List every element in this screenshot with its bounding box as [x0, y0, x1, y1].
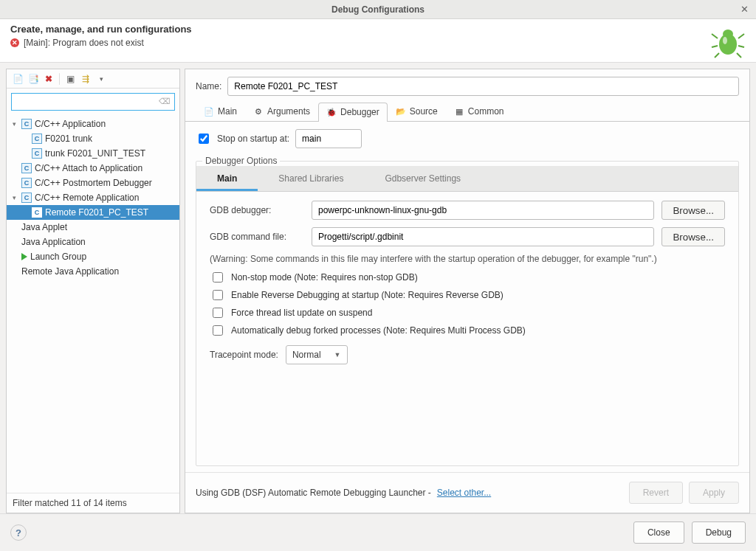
- header-heading: Create, manage, and run configurations: [10, 24, 710, 35]
- subtab-gdbserver-settings[interactable]: Gdbserver Settings: [364, 166, 481, 191]
- error-icon: ✕: [10, 38, 19, 47]
- tree-node[interactable]: Ctrunk F0201_UNIT_TEST: [7, 146, 179, 161]
- tree-filter-count: Filter matched 11 of 14 items: [7, 493, 179, 513]
- svg-line-6: [715, 53, 719, 58]
- arguments-tab-icon: ⚙: [253, 106, 264, 117]
- tree-node-label: F0201 trunk: [45, 134, 92, 144]
- svg-line-2: [712, 34, 718, 38]
- revert-button[interactable]: Revert: [629, 482, 683, 504]
- close-button[interactable]: Close: [633, 521, 684, 544]
- gdb-cmdfile-label: GDB command file:: [210, 232, 304, 242]
- tab-arguments[interactable]: ⚙Arguments: [245, 102, 318, 121]
- svg-line-5: [738, 46, 744, 47]
- auto-fork-checkbox[interactable]: [213, 325, 223, 336]
- tracemode-select[interactable]: Normal ▼: [286, 345, 348, 364]
- tree-node-label: Java Applet: [21, 222, 67, 232]
- tree-node[interactable]: Java Applet: [7, 220, 179, 235]
- tree-node-label: Remote Java Application: [21, 266, 119, 277]
- gdb-cmdfile-input[interactable]: [312, 227, 654, 246]
- svg-point-0: [719, 34, 737, 55]
- close-icon[interactable]: ✕: [740, 4, 749, 15]
- svg-point-8: [723, 37, 727, 44]
- filter-config-icon[interactable]: ⇶: [79, 72, 92, 86]
- separator: [59, 73, 60, 85]
- body: 📄 📑 ✖ ▣ ⇶ ▾ ⌫ ▾CC/C++ ApplicationCF0201 …: [0, 63, 756, 513]
- tracemode-value: Normal: [292, 350, 321, 360]
- delete-config-icon[interactable]: ✖: [42, 72, 55, 86]
- force-threadlist-checkbox[interactable]: [213, 308, 223, 318]
- debug-button[interactable]: Debug: [692, 521, 746, 544]
- tree-filter-input[interactable]: [11, 93, 175, 111]
- config-sidebar: 📄 📑 ✖ ▣ ⇶ ▾ ⌫ ▾CC/C++ ApplicationCF0201 …: [6, 69, 180, 513]
- launcher-text: Using GDB (DSF) Automatic Remote Debuggi…: [196, 488, 431, 498]
- tree-node[interactable]: CF0201 trunk: [7, 131, 179, 146]
- reverse-debug-checkbox[interactable]: [213, 290, 223, 300]
- tree-node-label: Java Application: [21, 237, 86, 247]
- header: Create, manage, and run configurations ✕…: [0, 19, 756, 63]
- c-launch-icon: C: [21, 119, 32, 129]
- tab-common[interactable]: ▦Common: [446, 102, 512, 121]
- tree-node[interactable]: Launch Group: [7, 249, 179, 264]
- gdb-cmdfile-browse-button[interactable]: Browse...: [662, 227, 725, 246]
- c-launch-icon: C: [21, 178, 32, 188]
- c-launch-icon: C: [32, 148, 42, 159]
- tree-node-label: C/C++ Attach to Application: [35, 163, 142, 173]
- dropdown-arrow-icon[interactable]: ▾: [94, 72, 108, 86]
- tab-label: Debugger: [340, 107, 379, 117]
- config-name-input[interactable]: [227, 77, 739, 96]
- clear-filter-icon[interactable]: ⌫: [159, 97, 171, 106]
- chevron-down-icon: ▼: [334, 351, 341, 358]
- apply-button[interactable]: Apply: [689, 482, 739, 504]
- force-threadlist-label: Force thread list update on suspend: [231, 308, 372, 318]
- tree-node[interactable]: ▾CC/C++ Application: [7, 117, 179, 131]
- titlebar: Debug Configurations ✕: [0, 0, 756, 19]
- sidebar-toolbar: 📄 📑 ✖ ▣ ⇶ ▾: [7, 69, 179, 89]
- main-tab-icon: 📄: [204, 106, 214, 117]
- nonstop-checkbox[interactable]: [213, 272, 223, 283]
- tab-label: Source: [410, 106, 438, 117]
- config-tree[interactable]: ▾CC/C++ ApplicationCF0201 trunkCtrunk F0…: [7, 115, 179, 493]
- launcher-row: Using GDB (DSF) Automatic Remote Debuggi…: [185, 472, 749, 513]
- duplicate-config-icon[interactable]: 📑: [27, 72, 40, 86]
- debugger-tab-icon: 🐞: [326, 107, 337, 117]
- tab-debugger[interactable]: 🐞Debugger: [318, 103, 388, 122]
- tree-node[interactable]: Remote Java Application: [7, 264, 179, 279]
- tree-filter: ⌫: [11, 93, 175, 111]
- tree-node-label: Remote F0201_PC_TEST: [45, 207, 148, 218]
- c-launch-icon: C: [21, 163, 32, 173]
- collapse-all-icon[interactable]: ▣: [63, 72, 77, 86]
- tree-node[interactable]: Java Application: [7, 235, 179, 249]
- select-other-link[interactable]: Select other...: [437, 488, 491, 498]
- tree-node-label: Launch Group: [30, 252, 86, 262]
- debugger-subtabs: MainShared LibrariesGdbserver Settings: [196, 166, 738, 192]
- tab-source[interactable]: 📂Source: [388, 102, 446, 121]
- subtab-shared-libraries[interactable]: Shared Libraries: [258, 166, 364, 191]
- source-tab-icon: 📂: [396, 106, 406, 117]
- tree-node-selected[interactable]: CRemote F0201_PC_TEST: [7, 205, 179, 220]
- debugger-options-fieldset: Debugger Options MainShared LibrariesGdb…: [196, 156, 739, 466]
- tab-label: Main: [218, 106, 237, 117]
- help-icon[interactable]: ?: [10, 524, 27, 541]
- gdb-debugger-input[interactable]: [312, 201, 654, 220]
- svg-line-4: [712, 46, 718, 47]
- tab-label: Arguments: [267, 106, 310, 117]
- tree-node[interactable]: CC/C++ Postmortem Debugger: [7, 176, 179, 190]
- tree-node[interactable]: ▾CC/C++ Remote Application: [7, 190, 179, 205]
- config-tabbar: 📄Main⚙Arguments🐞Debugger📂Source▦Common: [185, 102, 749, 122]
- tree-node[interactable]: CC/C++ Attach to Application: [7, 161, 179, 176]
- auto-fork-label: Automatically debug forked processes (No…: [231, 325, 526, 336]
- tab-main[interactable]: 📄Main: [196, 102, 245, 121]
- stop-on-startup-label: Stop on startup at:: [217, 134, 289, 144]
- debug-bug-icon: [710, 24, 746, 59]
- stop-on-startup-input[interactable]: [295, 129, 362, 148]
- nonstop-label: Non-stop mode (Note: Requires non-stop G…: [231, 272, 418, 283]
- dialog-footer: ? Close Debug: [0, 513, 756, 551]
- gdb-debugger-browse-button[interactable]: Browse...: [662, 201, 725, 220]
- new-config-icon[interactable]: 📄: [11, 72, 24, 86]
- stop-on-startup-checkbox[interactable]: [199, 134, 209, 144]
- svg-line-7: [737, 53, 741, 58]
- debugger-options-legend: Debugger Options: [202, 156, 280, 166]
- c-launch-icon: C: [32, 134, 42, 144]
- subtab-main[interactable]: Main: [196, 166, 258, 191]
- launch-group-icon: [21, 253, 27, 260]
